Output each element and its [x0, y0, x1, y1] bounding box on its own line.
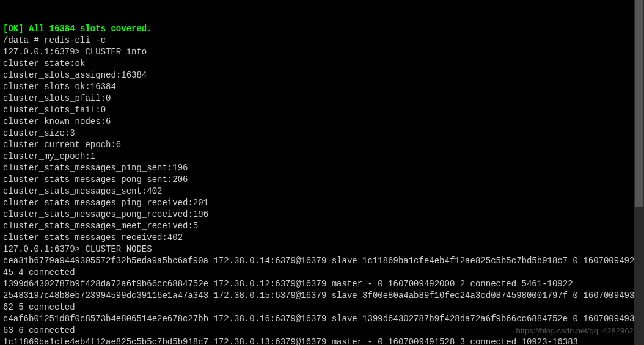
terminal-line: cluster_size:3 [3, 128, 641, 139]
terminal-line: cluster_stats_messages_pong_sent:206 [3, 174, 641, 186]
terminal-line: cluster_stats_messages_received:402 [3, 232, 641, 244]
terminal-line: 1399d64302787b9f428da72a6f9b66cc6884752e… [3, 278, 641, 290]
terminal-line: cluster_state:ok [3, 58, 641, 70]
terminal-line: cea31b6779a9449305572f32b5eda9a5bc6af90a… [3, 255, 641, 278]
terminal-line: cluster_stats_messages_ping_sent:196 [3, 162, 641, 174]
terminal-line: 127.0.0.1:6379> CLUSTER NODES [3, 244, 641, 255]
terminal-line: cluster_known_nodes:6 [3, 116, 641, 128]
terminal-line: 127.0.0.1:6379> CLUSTER info [3, 46, 641, 58]
terminal-line: cluster_slots_assigned:16384 [3, 70, 641, 81]
scrollbar[interactable] [634, 0, 644, 345]
terminal-output[interactable]: [OK] All 16384 slots covered./data # red… [3, 0, 641, 345]
terminal-line: cluster_slots_ok:16384 [3, 81, 641, 93]
terminal-line: 25483197c48b8eb723994599dc39116e1a47a343… [3, 290, 641, 313]
terminal-line: cluster_stats_messages_sent:402 [3, 186, 641, 197]
watermark-text: https://blog.csdn.net/qq_42829623 [516, 325, 639, 336]
terminal-line: cluster_stats_messages_pong_received:196 [3, 209, 641, 220]
terminal-line: 1c11869ba1cfe4eb4f12ae825c5b5c7bd5b918c7… [3, 336, 641, 345]
terminal-line: cluster_slots_fail:0 [3, 104, 641, 116]
scrollbar-thumb[interactable] [635, 0, 643, 207]
terminal-line: cluster_my_epoch:1 [3, 151, 641, 162]
terminal-line: cluster_stats_messages_meet_received:5 [3, 220, 641, 232]
terminal-line: /data # redis-cli -c [3, 35, 641, 46]
terminal-line: cluster_stats_messages_ping_received:201 [3, 197, 641, 209]
terminal-line: cluster_slots_pfail:0 [3, 93, 641, 104]
terminal-line: [OK] All 16384 slots covered. [3, 23, 641, 35]
terminal-line: cluster_current_epoch:6 [3, 139, 641, 151]
